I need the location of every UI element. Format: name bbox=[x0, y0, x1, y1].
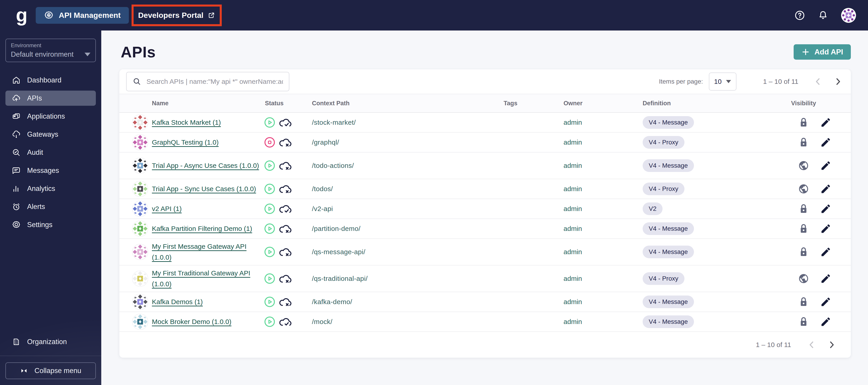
edit-api-button[interactable] bbox=[820, 273, 831, 284]
add-api-button[interactable]: Add API bbox=[794, 44, 851, 60]
visibility-cell bbox=[789, 137, 818, 148]
user-avatar[interactable] bbox=[841, 8, 856, 23]
globe-icon bbox=[798, 160, 809, 171]
api-name-link[interactable]: Trial App - Sync Use Cases (1.0.0) bbox=[152, 185, 256, 193]
visibility-cell bbox=[789, 316, 818, 327]
sidebar-item-messages[interactable]: Messages bbox=[5, 163, 96, 178]
edit-api-button[interactable] bbox=[820, 246, 831, 258]
status-started-icon bbox=[264, 273, 275, 284]
visibility-cell bbox=[789, 117, 818, 128]
sidebar-bottom: Organization Collapse menu bbox=[0, 334, 101, 385]
pencil-icon bbox=[820, 137, 831, 148]
cloud-out-of-sync-icon bbox=[279, 296, 292, 307]
api-name-link[interactable]: Trial App - Async Use Cases (1.0.0) bbox=[152, 160, 259, 171]
help-button[interactable] bbox=[794, 10, 805, 21]
gravitee-logo[interactable]: g bbox=[13, 0, 30, 31]
api-name-link[interactable]: Kafka Stock Market (1) bbox=[152, 119, 221, 126]
sidebar-item-label: Messages bbox=[27, 166, 59, 175]
definition-badge: V4 - Message bbox=[643, 116, 694, 129]
owner-link[interactable]: admin bbox=[563, 248, 582, 256]
sidebar-item-organization[interactable]: Organization bbox=[5, 334, 96, 349]
api-management-button[interactable]: API Management bbox=[36, 7, 129, 24]
sidebar-item-gateways[interactable]: Gateways bbox=[5, 127, 96, 142]
audit-magnifier-icon bbox=[12, 148, 21, 157]
pagination-range: 1 – 10 of 11 bbox=[756, 341, 791, 349]
sidebar-item-applications[interactable]: Applications bbox=[5, 109, 96, 124]
owner-link[interactable]: admin bbox=[563, 119, 582, 126]
next-page-button[interactable] bbox=[827, 340, 836, 350]
table-footer: 1 – 10 of 11 bbox=[119, 332, 851, 358]
cloud-out-of-sync-icon bbox=[279, 223, 292, 234]
sidebar-item-dashboard[interactable]: Dashboard bbox=[5, 72, 96, 88]
api-name-link[interactable]: My First Traditional Gateway API (1.0.0) bbox=[152, 268, 262, 289]
api-avatar bbox=[132, 158, 152, 174]
cloud-out-of-sync-icon bbox=[279, 137, 292, 148]
edit-api-button[interactable] bbox=[820, 137, 831, 148]
sidebar-item-settings[interactable]: Settings bbox=[5, 217, 96, 232]
owner-link[interactable]: admin bbox=[563, 162, 582, 169]
api-name-link[interactable]: My First Message Gateway API (1.0.0) bbox=[152, 241, 262, 263]
sidebar-item-label: Settings bbox=[27, 221, 53, 229]
column-header-context-path: Context Path bbox=[312, 100, 504, 107]
api-name-link[interactable]: GraphQL Testing (1.0) bbox=[152, 138, 219, 146]
bell-icon bbox=[818, 10, 828, 21]
search-input[interactable] bbox=[147, 78, 283, 86]
environment-selector[interactable]: Environment Default environment bbox=[5, 39, 96, 62]
definition-badge: V4 - Message bbox=[643, 222, 694, 235]
home-icon bbox=[12, 76, 21, 85]
chevron-right-icon bbox=[833, 77, 843, 86]
topbar-actions bbox=[794, 8, 856, 23]
api-name-link[interactable]: v2 API (1) bbox=[152, 205, 182, 213]
gear-icon bbox=[44, 10, 54, 20]
owner-link[interactable]: admin bbox=[563, 298, 582, 306]
context-path: /todos/ bbox=[312, 185, 504, 193]
edit-api-button[interactable] bbox=[820, 117, 831, 128]
previous-page-button[interactable] bbox=[807, 340, 816, 350]
owner-link[interactable]: admin bbox=[563, 225, 582, 232]
sidebar-item-analytics[interactable]: Analytics bbox=[5, 181, 96, 196]
pagination-range: 1 – 10 of 11 bbox=[763, 78, 798, 86]
items-per-page-select[interactable]: 10 bbox=[709, 72, 737, 91]
context-path: /mock/ bbox=[312, 318, 504, 326]
status-started-icon bbox=[264, 246, 275, 258]
pencil-icon bbox=[820, 203, 831, 215]
owner-link[interactable]: admin bbox=[563, 205, 582, 213]
edit-api-button[interactable] bbox=[820, 296, 831, 308]
owner-link[interactable]: admin bbox=[563, 318, 582, 325]
developers-portal-button[interactable]: Developers Portal bbox=[134, 7, 219, 24]
status-cell bbox=[264, 223, 312, 234]
sidebar-item-apis[interactable]: APIs bbox=[5, 91, 96, 106]
edit-api-button[interactable] bbox=[820, 183, 831, 195]
edit-api-button[interactable] bbox=[820, 316, 831, 327]
owner-link[interactable]: admin bbox=[563, 185, 582, 193]
api-name-link[interactable]: Kafka Demos (1) bbox=[152, 298, 203, 306]
definition-badge: V2 bbox=[643, 202, 662, 215]
collapse-menu-button[interactable]: Collapse menu bbox=[5, 362, 96, 379]
context-path: /qs-message-api/ bbox=[312, 248, 504, 256]
column-header-status: Status bbox=[264, 100, 312, 107]
applications-icon bbox=[12, 112, 21, 121]
owner-link[interactable]: admin bbox=[563, 275, 582, 282]
cloud-out-of-sync-icon bbox=[279, 160, 292, 171]
api-name-link[interactable]: Kafka Partition Filtering Demo (1) bbox=[152, 225, 252, 232]
lock-icon bbox=[799, 296, 808, 307]
chevron-left-icon bbox=[813, 77, 823, 86]
edit-api-button[interactable] bbox=[820, 160, 831, 171]
previous-page-button[interactable] bbox=[813, 77, 823, 86]
globe-icon bbox=[798, 273, 809, 284]
notifications-button[interactable] bbox=[818, 10, 828, 21]
pencil-icon bbox=[820, 117, 831, 128]
cloud-upload-icon bbox=[12, 94, 21, 103]
lock-icon bbox=[799, 203, 808, 214]
sidebar-item-audit[interactable]: Audit bbox=[5, 145, 96, 160]
edit-api-button[interactable] bbox=[820, 203, 831, 215]
api-name-link[interactable]: Mock Broker Demo (1.0.0) bbox=[152, 318, 231, 325]
lock-icon bbox=[799, 247, 808, 257]
next-page-button[interactable] bbox=[833, 77, 843, 86]
status-stopped-icon bbox=[264, 137, 275, 148]
status-started-icon bbox=[264, 296, 275, 308]
owner-link[interactable]: admin bbox=[563, 138, 582, 146]
sidebar-item-alerts[interactable]: Alerts bbox=[5, 199, 96, 214]
edit-api-button[interactable] bbox=[820, 223, 831, 234]
api-avatar bbox=[132, 244, 152, 260]
